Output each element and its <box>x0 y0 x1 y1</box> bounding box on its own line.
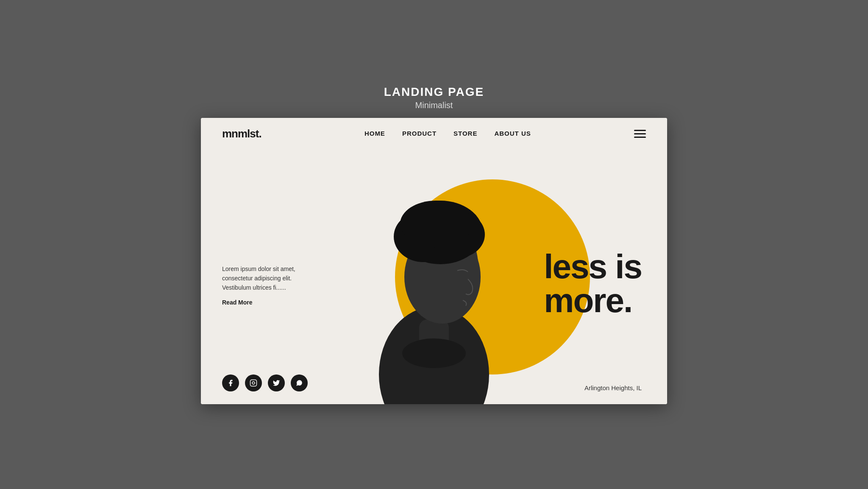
hero-person-photo <box>345 150 523 404</box>
svg-point-2 <box>402 338 466 368</box>
social-facebook[interactable] <box>222 374 239 391</box>
hamburger-line-3 <box>634 137 646 138</box>
svg-point-7 <box>400 201 472 247</box>
location-text: Arlington Heights, IL <box>584 384 642 391</box>
hamburger-menu[interactable] <box>634 130 646 138</box>
page-subtitle: Minimalist <box>384 101 484 110</box>
read-more-link[interactable]: Read More <box>222 299 253 306</box>
hero-section: Lorem ipsum dolor sit amet, consectetur … <box>201 150 667 404</box>
social-instagram[interactable] <box>245 374 262 391</box>
hamburger-line-1 <box>634 130 646 131</box>
hero-tagline: less is more. <box>544 250 642 318</box>
brand-logo: mnmlst. <box>222 127 262 140</box>
page-title: LANDING PAGE <box>384 85 484 99</box>
social-bar <box>222 374 308 391</box>
hero-left-text: Lorem ipsum dolor sit amet, consectetur … <box>222 264 320 306</box>
hero-body-text: Lorem ipsum dolor sit amet, consectetur … <box>222 264 320 293</box>
social-whatsapp[interactable] <box>291 374 308 391</box>
social-twitter[interactable] <box>268 374 285 391</box>
browser-frame: mnmlst. HOME PRODUCT STORE ABOUT US <box>201 118 667 404</box>
nav-links: HOME PRODUCT STORE ABOUT US <box>364 130 531 137</box>
tagline-line1: less is more. <box>544 250 642 318</box>
navigation: mnmlst. HOME PRODUCT STORE ABOUT US <box>201 118 667 150</box>
svg-point-8 <box>407 273 423 294</box>
nav-product[interactable]: PRODUCT <box>402 130 437 137</box>
nav-home[interactable]: HOME <box>364 130 385 137</box>
person-svg <box>358 158 510 404</box>
nav-store[interactable]: STORE <box>453 130 477 137</box>
svg-rect-9 <box>250 380 257 386</box>
hamburger-line-2 <box>634 133 646 134</box>
page-label: LANDING PAGE Minimalist <box>384 85 484 110</box>
nav-about[interactable]: ABOUT US <box>494 130 531 137</box>
